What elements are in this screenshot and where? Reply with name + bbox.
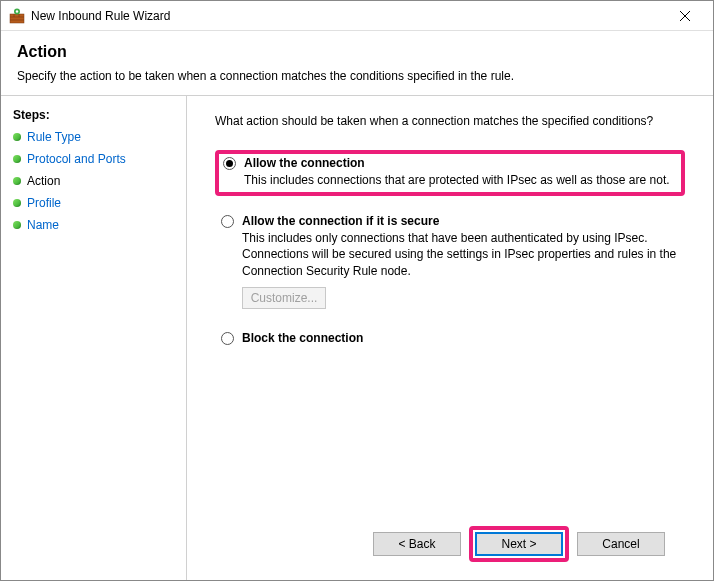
option-allow-secure-desc: This includes only connections that have… (242, 230, 679, 279)
step-profile[interactable]: Profile (7, 192, 186, 214)
wizard-window: New Inbound Rule Wizard Action Specify t… (0, 0, 714, 581)
step-label: Rule Type (27, 130, 81, 144)
step-name[interactable]: Name (7, 214, 186, 236)
step-dot-icon (13, 221, 21, 229)
content-pane: What action should be taken when a conne… (187, 96, 713, 580)
wizard-footer: < Back Next > Cancel (215, 520, 685, 568)
cancel-button[interactable]: Cancel (577, 532, 665, 556)
step-dot-icon (13, 133, 21, 141)
next-button[interactable]: Next > (475, 532, 563, 556)
firewall-icon (9, 8, 25, 24)
steps-label: Steps: (7, 104, 186, 126)
step-label: Protocol and Ports (27, 152, 126, 166)
option-allow-title: Allow the connection (244, 156, 365, 170)
titlebar: New Inbound Rule Wizard (1, 1, 713, 31)
page-header: Action Specify the action to be taken wh… (1, 31, 713, 96)
step-label: Name (27, 218, 59, 232)
next-button-highlight: Next > (469, 526, 569, 562)
svg-point-6 (16, 10, 18, 12)
wizard-body: Steps: Rule Type Protocol and Ports Acti… (1, 96, 713, 580)
radio-block[interactable] (221, 332, 234, 345)
step-dot-icon (13, 155, 21, 163)
option-block-title: Block the connection (242, 331, 363, 345)
radio-allow-secure[interactable] (221, 215, 234, 228)
window-title: New Inbound Rule Wizard (31, 9, 665, 23)
step-dot-icon (13, 199, 21, 207)
page-subtitle: Specify the action to be taken when a co… (17, 69, 697, 83)
page-title: Action (17, 43, 697, 61)
step-rule-type[interactable]: Rule Type (7, 126, 186, 148)
step-label: Action (27, 174, 60, 188)
content-prompt: What action should be taken when a conne… (215, 114, 685, 128)
option-allow-secure[interactable]: Allow the connection if it is secure Thi… (215, 210, 685, 313)
step-dot-icon (13, 177, 21, 185)
radio-allow[interactable] (223, 157, 236, 170)
option-allow-desc: This includes connections that are prote… (244, 172, 677, 188)
close-button[interactable] (665, 2, 705, 30)
steps-sidebar: Steps: Rule Type Protocol and Ports Acti… (1, 96, 187, 580)
option-allow[interactable]: Allow the connection This includes conne… (215, 150, 685, 196)
back-button[interactable]: < Back (373, 532, 461, 556)
svg-rect-0 (10, 14, 24, 23)
step-protocol-ports[interactable]: Protocol and Ports (7, 148, 186, 170)
option-block[interactable]: Block the connection (215, 327, 685, 349)
customize-button: Customize... (242, 287, 326, 309)
option-allow-secure-title: Allow the connection if it is secure (242, 214, 439, 228)
step-label: Profile (27, 196, 61, 210)
step-action[interactable]: Action (7, 170, 186, 192)
